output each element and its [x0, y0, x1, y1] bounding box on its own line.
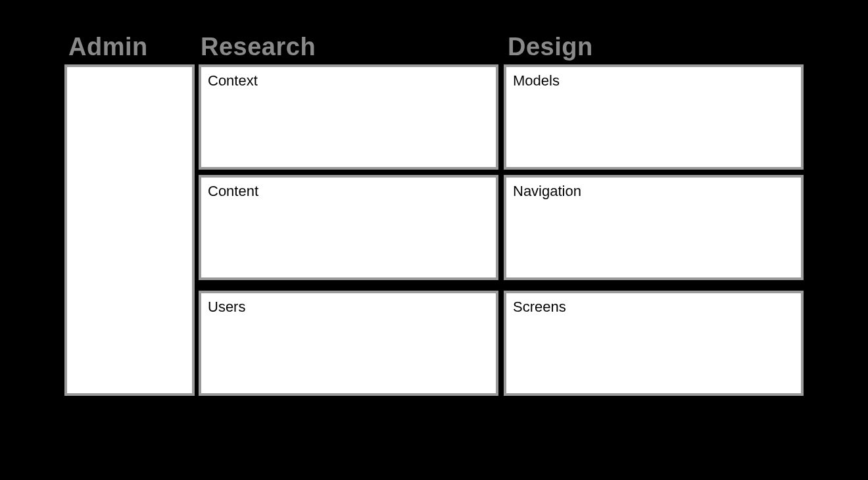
- cell-label: Navigation: [513, 183, 581, 199]
- design-cell-navigation: Navigation: [504, 175, 804, 280]
- design-cell-models: Models: [504, 64, 804, 170]
- column-header-admin: Admin: [68, 33, 148, 61]
- separator-bar: [196, 280, 806, 289]
- admin-panel: [64, 64, 195, 396]
- cell-label: Users: [208, 299, 245, 315]
- cell-label: Context: [208, 72, 258, 89]
- diagram-stage: Admin Research Design Context Content Us…: [0, 0, 868, 480]
- cell-label: Screens: [513, 299, 566, 315]
- research-cell-context: Context: [199, 64, 498, 170]
- column-header-design: Design: [508, 33, 593, 61]
- research-cell-users: Users: [199, 291, 498, 396]
- cell-label: Models: [513, 72, 560, 89]
- column-header-research: Research: [201, 33, 316, 61]
- cell-label: Content: [208, 183, 258, 199]
- design-cell-screens: Screens: [504, 291, 804, 396]
- research-cell-content: Content: [199, 175, 498, 280]
